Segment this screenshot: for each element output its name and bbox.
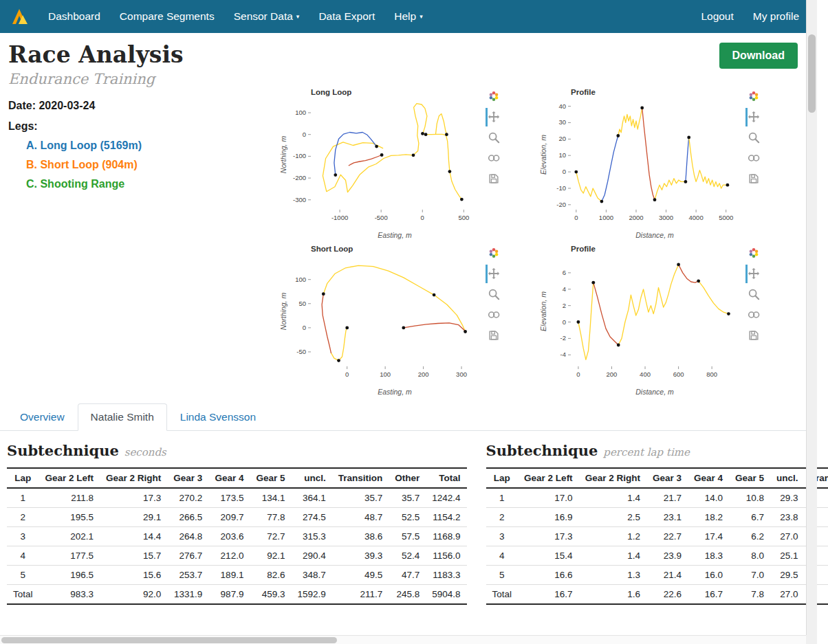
- nav-item-data-export[interactable]: Data Export: [309, 1, 384, 32]
- column-header-gear-4: Gear 4: [688, 468, 729, 488]
- zoom-icon[interactable]: [488, 288, 501, 302]
- table-cell: 196.5: [39, 566, 100, 585]
- table-cell: 7.0: [729, 566, 770, 585]
- nav-item-logout[interactable]: Logout: [691, 1, 743, 32]
- plot-short-loop[interactable]: 0100200300-50050100Short LoopEasting, mN…: [278, 244, 486, 398]
- svg-text:4000: 4000: [689, 214, 704, 221]
- plot-long-loop[interactable]: -1000-5000500-300-200-1000100Long LoopEa…: [278, 87, 486, 241]
- zoom-in-out-icon[interactable]: [748, 152, 761, 166]
- table-cell: 14.4: [100, 527, 167, 546]
- zoom-icon[interactable]: [748, 288, 761, 302]
- download-button[interactable]: Download: [719, 43, 798, 69]
- table-total-cell: 459.3: [250, 585, 291, 605]
- table-cell: 23.8: [770, 508, 805, 527]
- plotly-logo-icon[interactable]: [748, 247, 761, 260]
- column-header-gear-5: Gear 5: [250, 468, 291, 488]
- zoom-icon[interactable]: [488, 131, 501, 145]
- charts-grid: -1000-5000500-300-200-1000100Long LoopEa…: [278, 87, 798, 398]
- plot-modebar: [486, 244, 503, 343]
- table-cell: 21.7: [646, 488, 688, 508]
- table-cell: 4: [486, 546, 519, 566]
- table-cell: 15.7: [100, 546, 167, 566]
- table-cell: 77.8: [250, 508, 291, 527]
- tab-linda-svensson[interactable]: Linda Svensson: [167, 403, 269, 431]
- zoom-in-out-icon[interactable]: [488, 309, 501, 322]
- pan-icon[interactable]: [488, 111, 501, 124]
- vertical-scrollbar-thumb[interactable]: [808, 34, 816, 113]
- svg-text:10: 10: [558, 151, 566, 159]
- table-cell: 29.1: [100, 508, 167, 527]
- svg-text:-500: -500: [375, 214, 388, 221]
- leg-link-b-short-loop-904m[interactable]: B. Short Loop (904m): [26, 159, 278, 171]
- legs-list: A. Long Loop (5169m)B. Short Loop (904m)…: [8, 140, 278, 190]
- table-cell: 364.1: [291, 488, 331, 508]
- plot-modebar: [745, 87, 763, 186]
- leg-link-a-long-loop-5169m[interactable]: A. Long Loop (5169m): [26, 140, 278, 152]
- table-cell: 23.1: [646, 508, 688, 527]
- column-header-total: Total: [426, 468, 466, 488]
- svg-text:Distance, m: Distance, m: [635, 388, 674, 396]
- table-cell: 15.4: [518, 546, 579, 566]
- plot-profile-short[interactable]: 0200400600800-4-20246ProfileDistance, mE…: [538, 244, 745, 398]
- tab-overview[interactable]: Overview: [7, 403, 78, 431]
- svg-text:-4: -4: [560, 351, 566, 358]
- plotly-logo-icon[interactable]: [488, 90, 501, 104]
- svg-text:Elevation, m: Elevation, m: [539, 135, 547, 175]
- race-date: Date: 2020-03-24: [8, 100, 278, 112]
- table-cell: 212.0: [208, 546, 250, 566]
- table-cell: 270.2: [167, 488, 208, 508]
- table-cell: 1183.3: [426, 566, 466, 585]
- nav-item-my-profile[interactable]: My profile: [743, 1, 809, 32]
- table-cell: 16.6: [518, 566, 579, 585]
- table-total-row: Total983.392.01331.9987.9459.31592.9211.…: [7, 585, 467, 605]
- nav-item-help[interactable]: Help▾: [384, 1, 432, 32]
- nav-item-dashboard[interactable]: Dashboard: [39, 1, 110, 32]
- pan-icon[interactable]: [748, 111, 761, 124]
- horizontal-scrollbar[interactable]: [0, 635, 817, 644]
- svg-text:1000: 1000: [599, 214, 613, 221]
- table-cell: 6.7: [729, 508, 770, 527]
- nav-item-compare-segments[interactable]: Compare Segments: [110, 1, 224, 32]
- svg-text:0: 0: [576, 370, 580, 378]
- vertical-scrollbar[interactable]: [806, 0, 817, 644]
- table-cell: 5: [486, 566, 519, 585]
- svg-text:0: 0: [563, 318, 566, 326]
- column-header-gear-2-left: Gear 2 Left: [39, 468, 100, 488]
- table-cell: 14.0: [688, 488, 729, 508]
- table-unit-label: seconds: [124, 446, 166, 458]
- scrollbar-corner: [806, 635, 817, 644]
- plotly-logo-icon[interactable]: [488, 247, 501, 260]
- zoom-in-out-icon[interactable]: [488, 152, 501, 166]
- leg-link-c-shooting-range[interactable]: C. Shooting Range: [26, 178, 278, 190]
- app-logo[interactable]: [8, 6, 30, 27]
- svg-text:400: 400: [640, 370, 651, 378]
- race-info-panel: Date: 2020-03-24 Legs: A. Long Loop (516…: [8, 87, 278, 398]
- svg-text:100: 100: [295, 276, 306, 283]
- zoom-in-out-icon[interactable]: [748, 309, 761, 322]
- nav-menu-right: LogoutMy profile: [691, 1, 809, 32]
- table-unit-label: percent lap time: [603, 446, 689, 458]
- pan-icon[interactable]: [748, 267, 761, 281]
- svg-text:100: 100: [295, 109, 306, 116]
- pan-icon[interactable]: [488, 267, 501, 281]
- save-icon[interactable]: [488, 173, 501, 186]
- table-cell: 266.5: [167, 508, 208, 527]
- table-total-cell: 16.7: [518, 585, 579, 605]
- plotly-logo-icon[interactable]: [748, 90, 761, 104]
- save-icon[interactable]: [748, 173, 761, 186]
- save-icon[interactable]: [488, 329, 501, 343]
- svg-text:-300: -300: [293, 196, 306, 203]
- horizontal-scrollbar-thumb[interactable]: [1, 637, 337, 643]
- nav-item-sensor-data[interactable]: Sensor Data▾: [224, 1, 309, 32]
- table-cell: 39.3: [332, 546, 389, 566]
- tab-natalie-smith[interactable]: Natalie Smith: [78, 403, 167, 431]
- svg-text:200: 200: [607, 370, 618, 378]
- svg-text:-50: -50: [296, 348, 306, 355]
- zoom-icon[interactable]: [748, 131, 761, 145]
- table-cell: 17.3: [100, 488, 167, 508]
- table-row: 415.41.423.918.38.025.13.44.5: [486, 546, 828, 566]
- plot-profile-long[interactable]: 010002000300040005000-20-10010203040Prof…: [538, 87, 745, 241]
- table-cell: 38.6: [332, 527, 389, 546]
- column-header-gear-4: Gear 4: [208, 468, 250, 488]
- save-icon[interactable]: [748, 329, 761, 343]
